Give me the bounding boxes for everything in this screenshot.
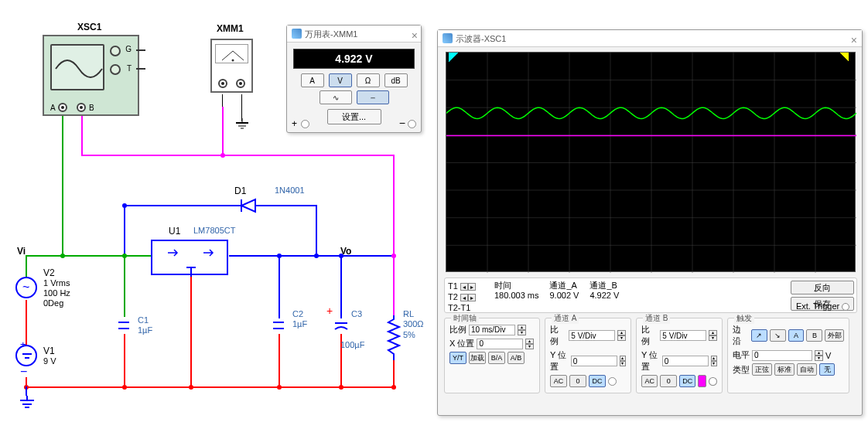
chb-terminal[interactable] bbox=[709, 377, 717, 386]
settings-button[interactable]: 设置... bbox=[327, 109, 381, 124]
xmm1-ground bbox=[234, 118, 250, 131]
rl-resistor[interactable] bbox=[385, 315, 402, 360]
mode-dc-button[interactable]: ⎓ bbox=[357, 90, 389, 104]
chb-ac-button[interactable]: AC bbox=[641, 375, 658, 387]
mode-add-button[interactable]: 加载 bbox=[469, 352, 486, 364]
edge-rise-button[interactable]: ↗ bbox=[751, 329, 767, 342]
type-sine-button[interactable]: 正弦 bbox=[752, 363, 772, 376]
type-none-button[interactable]: 无 bbox=[819, 363, 835, 376]
mode-ac-button[interactable]: ∿ bbox=[320, 90, 352, 104]
cha-terminal[interactable] bbox=[608, 377, 617, 386]
xmm1-label: XMM1 bbox=[217, 23, 244, 34]
svg-point-0 bbox=[232, 60, 234, 62]
d1-diode[interactable] bbox=[232, 196, 263, 215]
xsc1-port-a[interactable] bbox=[58, 103, 67, 112]
chb-dc-button[interactable]: DC bbox=[679, 375, 695, 387]
cursor-t1[interactable] bbox=[449, 53, 458, 62]
xmm1-port-plus[interactable] bbox=[218, 79, 227, 88]
xsc1-instrument[interactable]: G T A B bbox=[43, 35, 139, 116]
ground-symbol bbox=[19, 396, 36, 411]
mm-plus-terminal[interactable] bbox=[301, 120, 309, 128]
xmm1-port-minus[interactable] bbox=[236, 79, 245, 88]
trigger-panel: 触发 边沿 ↗ ↘ A B 外部 电平▴▾V 类型 正弦 标准 自动 无 bbox=[727, 318, 849, 393]
ext-trigger-port[interactable] bbox=[842, 303, 849, 311]
d1-label: D1 bbox=[234, 186, 246, 196]
t2-right[interactable]: ▸ bbox=[468, 294, 476, 301]
cha-ypos-input[interactable] bbox=[571, 356, 617, 366]
cha-panel: 通道 A 比例▴▾ Y 位置▴▾ AC 0 DC bbox=[545, 318, 631, 393]
xmm1-instrument[interactable] bbox=[210, 39, 253, 93]
t2-left[interactable]: ◂ bbox=[460, 294, 468, 301]
cha-scale-input[interactable] bbox=[569, 330, 615, 341]
readout-panel: T1 ◂▸ T2 ◂▸ T2-T1 时间180.003 ms 通道_A9.002… bbox=[444, 277, 857, 313]
cha-ac-button[interactable]: AC bbox=[550, 375, 567, 387]
svg-marker-13 bbox=[241, 199, 255, 212]
multimeter-display: 4.922 V bbox=[293, 49, 415, 69]
v1-label: V1 bbox=[43, 346, 55, 356]
t1-left[interactable]: ◂ bbox=[460, 283, 468, 291]
multimeter-titlebar[interactable]: 万用表-XMM1 × bbox=[287, 26, 421, 43]
xsc1-label: XSC1 bbox=[77, 22, 101, 32]
chb-color-indicator bbox=[698, 375, 706, 387]
trig-a-button[interactable]: A bbox=[788, 329, 805, 342]
vo-label: Vo bbox=[340, 246, 351, 257]
cha-dc-button[interactable]: DC bbox=[589, 375, 606, 387]
cursor-t2[interactable] bbox=[839, 53, 849, 62]
mode-a-button[interactable]: A bbox=[301, 73, 324, 87]
mode-ab-button[interactable]: A/B bbox=[507, 352, 525, 364]
scope-titlebar[interactable]: 示波器-XSC1 × bbox=[438, 30, 862, 47]
xsc1-knob-t[interactable] bbox=[110, 64, 121, 75]
scope-display[interactable] bbox=[446, 52, 856, 272]
scope-window[interactable]: 示波器-XSC1 × T1 ◂▸ T2 ◂▸ bbox=[437, 29, 863, 416]
t1-right[interactable]: ▸ bbox=[468, 283, 476, 291]
trig-ext-button[interactable]: 外部 bbox=[825, 329, 844, 342]
u1-chip[interactable] bbox=[151, 240, 228, 275]
scope-svg bbox=[446, 53, 856, 273]
close-button[interactable]: × bbox=[851, 32, 857, 49]
mode-db-button[interactable]: dB bbox=[384, 73, 408, 87]
timebase-xpos-input[interactable] bbox=[477, 339, 523, 349]
cha-0-button[interactable]: 0 bbox=[569, 375, 586, 387]
v2-source[interactable]: ~ bbox=[15, 277, 37, 298]
chb-0-button[interactable]: 0 bbox=[660, 375, 676, 387]
xsc1-port-b[interactable] bbox=[77, 103, 86, 112]
app-icon bbox=[292, 29, 302, 39]
mode-yt-button[interactable]: Y/T bbox=[449, 352, 466, 364]
app-icon bbox=[443, 33, 453, 43]
timebase-panel: 时间轴 比例▴▾ X 位置▴▾ Y/T 加载 B/A A/B bbox=[444, 318, 540, 393]
trig-b-button[interactable]: B bbox=[806, 329, 822, 342]
xsc1-screen-icon bbox=[50, 44, 104, 90]
type-auto-button[interactable]: 自动 bbox=[797, 363, 817, 376]
u1-label: U1 bbox=[169, 226, 180, 237]
xmm1-screen-icon bbox=[215, 44, 248, 63]
chb-scale-input[interactable] bbox=[660, 330, 706, 341]
mode-ba-button[interactable]: B/A bbox=[488, 352, 505, 364]
trig-level-input[interactable] bbox=[752, 350, 812, 361]
c1-cap[interactable] bbox=[118, 317, 129, 335]
close-button[interactable]: × bbox=[412, 27, 418, 44]
vi-label: Vi bbox=[17, 246, 26, 257]
edge-fall-button[interactable]: ↘ bbox=[770, 329, 786, 342]
mm-minus-terminal[interactable] bbox=[408, 120, 416, 128]
chb-panel: 通道 B 比例▴▾ Y 位置▴▾ AC 0 DC bbox=[636, 318, 723, 393]
mode-ohm-button[interactable]: Ω bbox=[357, 73, 380, 87]
v2-label: V2 bbox=[43, 267, 55, 278]
mode-v-button[interactable]: V bbox=[329, 73, 352, 87]
c2-cap[interactable] bbox=[273, 317, 284, 335]
timebase-scale-input[interactable] bbox=[469, 325, 515, 335]
chb-ypos-input[interactable] bbox=[662, 356, 709, 366]
reverse-button[interactable]: 反向 bbox=[791, 281, 854, 294]
xsc1-knob-g[interactable] bbox=[110, 46, 121, 56]
c3-cap[interactable] bbox=[333, 317, 349, 337]
type-std-button[interactable]: 标准 bbox=[774, 363, 795, 376]
multimeter-window[interactable]: 万用表-XMM1 × 4.922 V A V Ω dB ∿ ⎓ 设置... + … bbox=[286, 25, 422, 133]
